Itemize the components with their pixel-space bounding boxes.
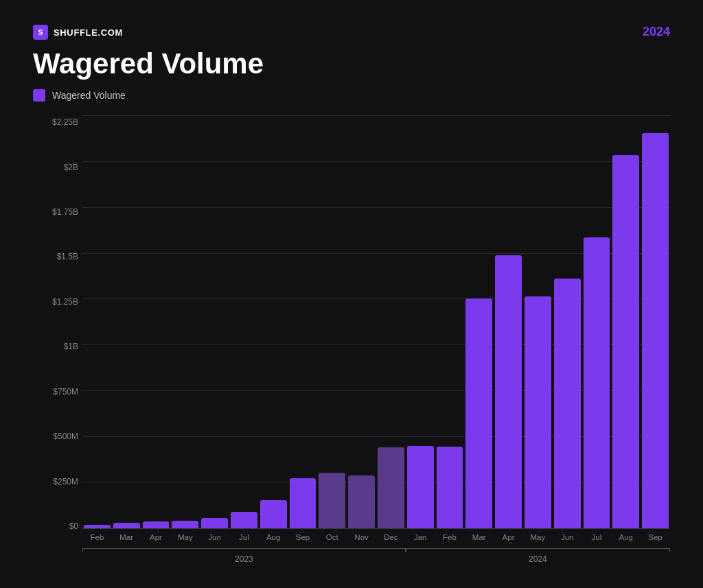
year-group-line bbox=[406, 548, 670, 552]
bar-wrap bbox=[554, 115, 581, 528]
bar bbox=[113, 523, 140, 528]
bar bbox=[642, 133, 669, 528]
y-axis-label: $250M bbox=[53, 478, 78, 486]
y-axis-label: $0 bbox=[69, 522, 78, 530]
x-axis-label: Aug bbox=[619, 533, 633, 541]
year-group-line bbox=[82, 548, 406, 552]
bar bbox=[84, 525, 111, 528]
y-axis-label: $1B bbox=[64, 342, 78, 351]
logo: S SHUFFLE.COM bbox=[33, 25, 123, 40]
bar-wrap bbox=[201, 115, 228, 528]
header-row: S SHUFFLE.COM 2024 bbox=[33, 25, 670, 44]
bar bbox=[290, 478, 316, 528]
y-axis-label: $1.75B bbox=[52, 208, 78, 216]
y-axis-label: $500M bbox=[53, 432, 78, 440]
x-axis-label: Apr bbox=[150, 533, 162, 541]
bar-wrap bbox=[495, 115, 522, 528]
y-axis-label: $2B bbox=[64, 163, 78, 172]
x-label-wrap: Apr bbox=[495, 533, 522, 541]
x-label-wrap: Aug bbox=[612, 533, 639, 541]
main-card: S SHUFFLE.COM 2024 Wagered Volume Wagere… bbox=[0, 0, 703, 588]
x-label-wrap: Mar bbox=[465, 533, 492, 541]
x-axis-label: Sep bbox=[296, 533, 310, 541]
y-axis-label: $1.25B bbox=[52, 298, 78, 306]
bar-wrap bbox=[348, 115, 375, 528]
x-axis-label: May bbox=[530, 533, 545, 541]
x-axis-label: Jul bbox=[239, 533, 249, 541]
bar bbox=[554, 279, 581, 528]
grid-and-bars bbox=[82, 115, 670, 529]
x-label-wrap: Feb bbox=[84, 533, 111, 541]
x-label-wrap: Apr bbox=[143, 533, 170, 541]
x-axis-label: Apr bbox=[503, 533, 515, 541]
x-label-wrap: Dec bbox=[378, 533, 404, 541]
x-label-wrap: Jul bbox=[231, 533, 257, 541]
logo-icon: S bbox=[33, 25, 48, 40]
bar bbox=[143, 521, 170, 528]
bar-wrap bbox=[113, 115, 140, 528]
x-axis-label: Mar bbox=[472, 533, 486, 541]
bar-wrap bbox=[378, 115, 404, 528]
x-label-wrap: Sep bbox=[642, 533, 669, 541]
bar-wrap bbox=[260, 115, 287, 528]
x-label-wrap: Feb bbox=[437, 533, 463, 541]
legend: Wagered Volume bbox=[33, 89, 670, 102]
year-group: 20232024 bbox=[82, 548, 670, 567]
bars-row bbox=[82, 115, 670, 528]
year-group-label: 2024 bbox=[529, 554, 547, 564]
x-label-wrap: Aug bbox=[260, 533, 287, 541]
x-axis-label: Sep bbox=[648, 533, 662, 541]
y-axis-label: $2.25B bbox=[52, 118, 78, 126]
bar bbox=[465, 298, 492, 528]
x-axis-label: Feb bbox=[90, 533, 104, 541]
bar bbox=[319, 473, 345, 528]
y-axis-label: $750M bbox=[53, 388, 78, 396]
bar bbox=[260, 500, 287, 528]
bar-wrap bbox=[612, 115, 639, 528]
bar-wrap bbox=[143, 115, 170, 528]
bar-wrap bbox=[465, 115, 492, 528]
bar bbox=[378, 447, 404, 528]
year-badge: 2024 bbox=[643, 25, 670, 39]
x-axis-label: Feb bbox=[443, 533, 457, 541]
x-label-wrap: May bbox=[525, 533, 551, 541]
bar bbox=[231, 512, 257, 528]
bar bbox=[407, 446, 434, 528]
x-axis-label: Jan bbox=[414, 533, 427, 541]
x-label-wrap: Mar bbox=[113, 533, 140, 541]
x-axis-label: Jun bbox=[561, 533, 574, 541]
x-axis-label: Jun bbox=[208, 533, 221, 541]
year-group-label: 2023 bbox=[235, 554, 253, 564]
x-label-wrap: Jan bbox=[407, 533, 434, 541]
bar-wrap bbox=[231, 115, 257, 528]
bar bbox=[437, 447, 463, 528]
x-label-wrap: Nov bbox=[348, 533, 375, 541]
bar bbox=[172, 521, 198, 528]
x-label-wrap: Oct bbox=[319, 533, 345, 541]
x-axis-label: May bbox=[178, 533, 193, 541]
x-label-wrap: Jul bbox=[584, 533, 610, 541]
x-axis-label: Jul bbox=[592, 533, 602, 541]
logo-text: SHUFFLE.COM bbox=[54, 27, 123, 38]
bar-wrap bbox=[407, 115, 434, 528]
chart-title: Wagered Volume bbox=[33, 48, 670, 80]
bar-wrap bbox=[642, 115, 669, 528]
x-label-wrap: Sep bbox=[290, 533, 316, 541]
bar bbox=[612, 155, 639, 528]
bar-wrap bbox=[525, 115, 551, 528]
chart-inner: FebMarAprMayJunJulAugSepOctNovDecJanFebM… bbox=[82, 115, 670, 567]
x-axis-label: Mar bbox=[119, 533, 133, 541]
y-axis: $0$250M$500M$750M$1B$1.25B$1.5B$1.75B$2B… bbox=[33, 115, 78, 567]
x-axis: FebMarAprMayJunJulAugSepOctNovDecJanFebM… bbox=[82, 533, 670, 541]
bar-wrap bbox=[584, 115, 610, 528]
bar-wrap bbox=[437, 115, 463, 528]
x-label-wrap: Jun bbox=[554, 533, 581, 541]
bar bbox=[584, 237, 610, 528]
x-axis-label: Oct bbox=[326, 533, 338, 541]
bar-wrap bbox=[319, 115, 345, 528]
x-label-wrap: Jun bbox=[201, 533, 228, 541]
bar bbox=[201, 518, 228, 528]
x-axis-label: Dec bbox=[384, 533, 397, 541]
x-label-wrap: May bbox=[172, 533, 198, 541]
legend-swatch bbox=[33, 89, 45, 102]
